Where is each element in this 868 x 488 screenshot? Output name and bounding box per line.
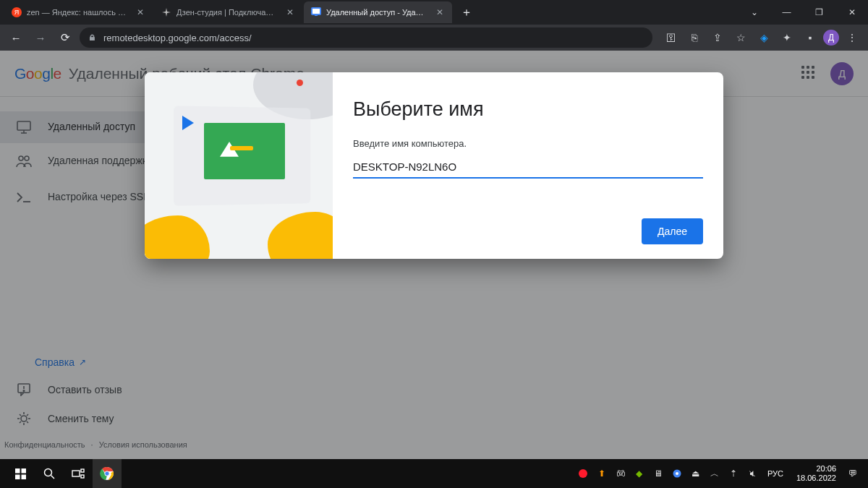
app-page: Google Удаленный рабочий стол Chrome Д У…	[0, 51, 868, 459]
windows-taskbar: ⬆ 🎮︎ ◆ 🖥︎ ⏏ ︿ ⇡ 🔇︎ РУС 20:06 18.06.2022 …	[0, 459, 868, 488]
reload-button[interactable]: ⟳	[55, 27, 75, 48]
clock-time: 20:06	[816, 464, 836, 474]
svg-rect-30	[81, 469, 84, 472]
window-minimize-icon[interactable]: —	[770, 1, 803, 24]
zen-icon	[161, 7, 171, 17]
choose-name-dialog: Выберите имя Введите имя компьютера. Дал…	[145, 72, 723, 259]
tray-chrome-icon[interactable]	[671, 467, 684, 480]
close-icon[interactable]: ✕	[435, 7, 445, 17]
tray-update-icon[interactable]: ⬆	[595, 467, 608, 480]
lastpass-icon[interactable]: ▪	[800, 27, 820, 48]
dialog-layer: Выберите имя Введите имя компьютера. Дал…	[0, 51, 868, 459]
lock-icon: 🔒︎	[88, 33, 96, 42]
tab-title: zen — Яндекс: нашлось 12 млн	[27, 8, 127, 17]
close-icon[interactable]: ✕	[135, 7, 145, 17]
extensions-icon[interactable]: ✦	[777, 27, 797, 48]
browser-toolbar: ← → ⟳ 🔒︎ remotedesktop.google.com/access…	[0, 25, 868, 51]
browser-tab-3[interactable]: Удаленный доступ - Удаленный ✕	[304, 1, 452, 23]
tray-usb-icon[interactable]: ⏏	[689, 467, 702, 480]
dialog-subtitle: Введите имя компьютера.	[353, 138, 703, 149]
tray-language[interactable]: РУС	[765, 469, 786, 478]
tray-clock[interactable]: 20:06 18.06.2022	[792, 464, 841, 483]
search-icon[interactable]	[35, 459, 64, 488]
window-collapse-tabs-icon[interactable]: ⌄	[738, 1, 770, 24]
dialog-title: Выберите имя	[353, 98, 703, 121]
browser-tab-1[interactable]: Я zen — Яндекс: нашлось 12 млн ✕	[4, 1, 153, 23]
svg-point-37	[676, 472, 678, 475]
tray-volume-icon[interactable]: 🔇︎	[746, 467, 759, 480]
tab-title: Дзен-студия | Подключаемся к	[176, 8, 277, 17]
svg-point-27	[45, 469, 52, 476]
svg-rect-29	[72, 471, 80, 476]
window-controls: ⌄ — ❐ ✕	[738, 0, 868, 25]
star-icon[interactable]: ☆	[731, 27, 751, 48]
taskbar-chrome-icon[interactable]	[93, 459, 122, 488]
tab-strip: Я zen — Яндекс: нашлось 12 млн ✕ Дзен-ст…	[0, 0, 738, 25]
window-maximize-icon[interactable]: ❐	[803, 1, 835, 24]
crd-icon	[311, 7, 321, 17]
browser-tab-2[interactable]: Дзен-студия | Подключаемся к ✕	[154, 1, 302, 23]
tray-chevron-up-icon[interactable]: ︿	[708, 467, 721, 480]
svg-line-28	[51, 476, 55, 479]
svg-rect-24	[21, 468, 26, 474]
svg-rect-26	[21, 474, 26, 479]
dialog-body: Выберите имя Введите имя компьютера. Дал…	[333, 72, 723, 259]
tab-title: Удаленный доступ - Удаленный	[326, 8, 427, 17]
close-icon[interactable]: ✕	[285, 7, 295, 17]
svg-text:Я: Я	[14, 9, 20, 16]
share-icon[interactable]: ⇪	[707, 27, 728, 48]
key-icon[interactable]: ⚿	[661, 27, 681, 48]
yandex-icon: Я	[12, 7, 22, 17]
computer-name-input[interactable]	[353, 159, 703, 179]
kebab-menu-icon[interactable]: ⋮	[842, 27, 862, 48]
svg-rect-31	[81, 475, 84, 478]
dialog-illustration	[145, 72, 333, 259]
shield-icon[interactable]: ◈	[754, 27, 774, 48]
tray-nvidia-icon[interactable]: ◆	[633, 467, 646, 480]
start-button[interactable]	[6, 459, 35, 488]
window-close-icon[interactable]: ✕	[835, 1, 868, 24]
svg-rect-4	[315, 15, 318, 16]
install-app-icon[interactable]: ⎘	[684, 27, 705, 48]
new-tab-button[interactable]: ＋	[456, 2, 477, 22]
svg-rect-3	[312, 9, 320, 14]
svg-rect-25	[15, 474, 20, 479]
forward-button[interactable]: →	[30, 27, 51, 48]
address-bar[interactable]: 🔒︎ remotedesktop.google.com/access/	[80, 27, 652, 48]
tray-opera-icon[interactable]	[576, 467, 590, 480]
url-text: remotedesktop.google.com/access/	[103, 33, 252, 43]
browser-titlebar: Я zen — Яндекс: нашлось 12 млн ✕ Дзен-ст…	[0, 0, 868, 25]
tray-monitor-icon[interactable]: 🖥︎	[652, 467, 665, 480]
tray-app-icon[interactable]: 🎮︎	[614, 467, 627, 480]
system-tray: ⬆ 🎮︎ ◆ 🖥︎ ⏏ ︿ ⇡ 🔇︎ РУС 20:06 18.06.2022 …	[576, 464, 862, 483]
tray-notifications-icon[interactable]: 💬︎	[846, 467, 859, 480]
svg-rect-23	[15, 468, 20, 474]
clock-date: 18.06.2022	[796, 474, 836, 483]
back-button[interactable]: ←	[6, 27, 26, 48]
next-button[interactable]: Далее	[642, 218, 703, 244]
toolbar-right: ⚿ ⎘ ⇪ ☆ ◈ ✦ ▪ Д ⋮	[661, 27, 862, 48]
profile-avatar[interactable]: Д	[823, 30, 839, 46]
tray-wifi-icon[interactable]: ⇡	[727, 467, 740, 480]
taskview-icon[interactable]	[64, 459, 93, 488]
dialog-actions: Далее	[353, 197, 703, 244]
svg-point-35	[579, 469, 587, 478]
